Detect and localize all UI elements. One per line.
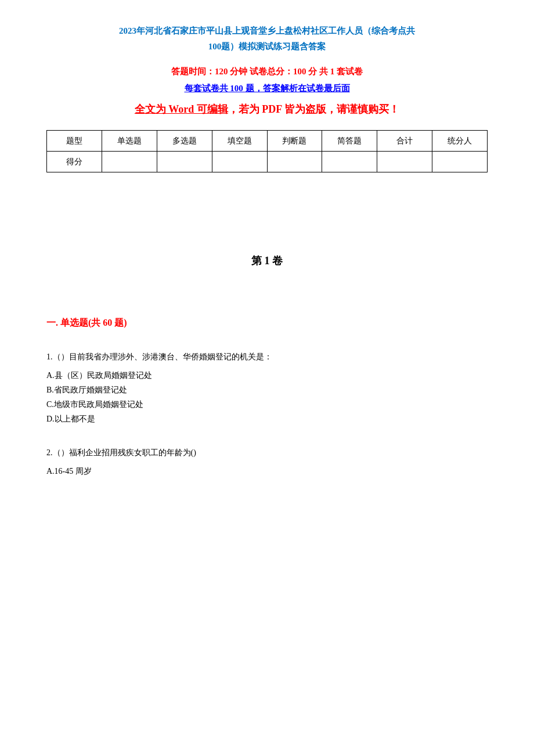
score-total bbox=[377, 152, 432, 172]
question-2-option-a: A.16-45 周岁 bbox=[46, 464, 488, 478]
score-judge bbox=[267, 152, 322, 172]
score-label: 得分 bbox=[47, 152, 102, 172]
section-type-label: 一. 单选题(共 60 题) bbox=[46, 317, 488, 329]
question-1-option-d: D.以上都不是 bbox=[46, 412, 488, 426]
exam-info-text: 答题时间：120 分钟 试卷总分：100 分 共 1 套试卷 bbox=[171, 67, 363, 76]
score-fill bbox=[212, 152, 267, 172]
question-2: 2.（）福利企业招用残疾女职工的年龄为() A.16-45 周岁 bbox=[46, 445, 488, 478]
col-header-single: 单选题 bbox=[102, 131, 157, 152]
col-header-short: 简答题 bbox=[322, 131, 377, 152]
question-1-option-c: C.地级市民政局婚姻登记处 bbox=[46, 397, 488, 412]
col-header-scorer: 统分人 bbox=[432, 131, 488, 152]
score-table-header-row: 题型 单选题 多选题 填空题 判断题 简答题 合计 统分人 bbox=[47, 131, 488, 152]
score-table-data-row: 得分 bbox=[47, 152, 488, 172]
exam-info: 答题时间：120 分钟 试卷总分：100 分 共 1 套试卷 bbox=[46, 66, 488, 77]
col-header-type: 题型 bbox=[47, 131, 102, 152]
col-header-judge: 判断题 bbox=[267, 131, 322, 152]
question-1-option-b: B.省民政厅婚姻登记处 bbox=[46, 383, 488, 397]
question-2-text: 2.（）福利企业招用残疾女职工的年龄为() bbox=[46, 445, 488, 460]
question-1-text: 1.（）目前我省办理涉外、涉港澳台、华侨婚姻登记的机关是： bbox=[46, 350, 488, 364]
question-1-option-a: A.县（区）民政局婚姻登记处 bbox=[46, 368, 488, 383]
title-line1: 2023年河北省石家庄市平山县上观音堂乡上盘松村社区工作人员（综合考点共 bbox=[46, 23, 488, 39]
notice-text: 每套试卷共 100 题，答案解析在试卷最后面 bbox=[185, 84, 350, 93]
page-title: 2023年河北省石家庄市平山县上观音堂乡上盘松村社区工作人员（综合考点共 100… bbox=[46, 23, 488, 55]
warning-word-part: 全文为 Word 可编辑 bbox=[135, 103, 228, 115]
score-multi bbox=[157, 152, 212, 172]
volume-label: 第 1 卷 bbox=[46, 254, 488, 268]
score-table: 题型 单选题 多选题 填空题 判断题 简答题 合计 统分人 得分 bbox=[46, 130, 488, 172]
warning-rest: ，若为 PDF 皆为盗版，请谨慎购买！ bbox=[228, 103, 399, 115]
col-header-total: 合计 bbox=[377, 131, 432, 152]
col-header-fill: 填空题 bbox=[212, 131, 267, 152]
exam-warning: 全文为 Word 可编辑，若为 PDF 皆为盗版，请谨慎购买！ bbox=[46, 100, 488, 118]
score-scorer bbox=[432, 152, 488, 172]
title-line2: 100题）模拟测试练习题含答案 bbox=[46, 39, 488, 55]
score-single bbox=[102, 152, 157, 172]
question-1: 1.（）目前我省办理涉外、涉港澳台、华侨婚姻登记的机关是： A.县（区）民政局婚… bbox=[46, 350, 488, 426]
exam-notice: 每套试卷共 100 题，答案解析在试卷最后面 bbox=[46, 83, 488, 94]
col-header-multi: 多选题 bbox=[157, 131, 212, 152]
score-short bbox=[322, 152, 377, 172]
